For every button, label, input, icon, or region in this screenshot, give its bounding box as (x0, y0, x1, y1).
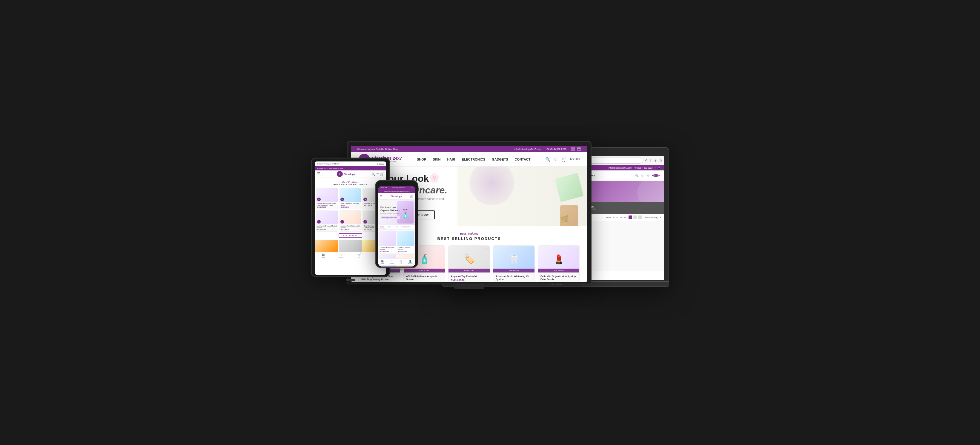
tablet-header: ☰ B Blessings 🔍 ♡ 🛒 (315, 170, 386, 178)
monitor-add-cart-5[interactable]: Add to cart (538, 269, 579, 272)
monitor-nav-skin[interactable]: SKIN (433, 157, 441, 161)
phone-body: 10:49 AM blessings24x7.com ●●● Welcome t… (375, 180, 418, 268)
monitor-add-cart-3[interactable]: Add to cart (449, 269, 490, 272)
tablet-cart-3[interactable]: + (363, 197, 367, 201)
monitor-wishlist-5[interactable]: ♡ (575, 248, 578, 251)
laptop-facebook-icon[interactable]: f (655, 167, 655, 169)
tablet-hamburger-icon[interactable]: ☰ (317, 172, 320, 176)
monitor-wishlist-4[interactable]: ♡ (530, 248, 533, 251)
monitor-instagram-icon[interactable]: 📷 (577, 147, 581, 151)
tablet-nav-shop[interactable]: 🛍️ Shop (322, 253, 325, 258)
tablet-product-price-5: Rs11,000.00 (341, 229, 360, 230)
monitor-nav-electronics[interactable]: ELECTRONICS (461, 157, 485, 161)
tablet-wishlist-nav-label: Wishlist (339, 257, 344, 258)
tablet-footer-img-2 (339, 240, 363, 252)
phone-nav-wishlist[interactable]: ♡ Wishlist (390, 260, 394, 264)
phone-tab-shop[interactable]: Shop (378, 225, 386, 229)
tablet-wishlist-5[interactable]: ♡ (359, 211, 360, 214)
phone-device: 10:49 AM blessings24x7.com ●●● Welcome t… (375, 180, 418, 271)
tablet-wishlist-2[interactable]: ♡ (359, 189, 360, 191)
tablet-cart-1[interactable]: + (317, 197, 321, 201)
share-icon[interactable]: ⬆ (649, 159, 651, 162)
monitor-product-img-4: 🦷 ♡ Add to cart (493, 246, 535, 272)
reload-icon[interactable]: ↺ (645, 159, 648, 162)
laptop-search-icon[interactable]: 🔍 (635, 174, 639, 177)
laptop-grid-view-btn[interactable] (628, 216, 632, 219)
tablet-cart-4[interactable]: + (317, 220, 321, 224)
new-tab-btn[interactable]: + (653, 158, 658, 163)
phone-time: 10:49 AM (380, 187, 387, 189)
phone-product-name-2: APLB Glutathione Serum (398, 247, 413, 250)
tablet-search-icon[interactable]: 🔍 (371, 173, 375, 176)
monitor-cart-amount: Rs0.00 (570, 157, 579, 161)
phone-nav-account[interactable]: 👤 Account (408, 260, 412, 264)
phone-hero-title: Fix Your LookOrganic Skincare (380, 206, 400, 211)
monitor-cart-icon[interactable]: 🛒 (562, 157, 566, 162)
monitor-nav-gadgets[interactable]: GADGETS (492, 157, 508, 161)
monitor-header-icons: 🔍 ♡ 🛒 Rs0.00 (545, 157, 579, 162)
phone-product-name-1: Admire My Skin Ultra Potent (380, 247, 395, 250)
phone-home-indicator[interactable] (391, 270, 403, 270)
tablet-product-img-5: ♡ + (340, 211, 361, 224)
tablet-product-price-2: Rs18,000.00 (341, 206, 360, 208)
monitor-search-icon[interactable]: 🔍 (545, 157, 550, 162)
phone-cart-icon[interactable]: 🛒 (410, 195, 414, 198)
phone-hamburger-icon[interactable]: ☰ (380, 195, 382, 198)
monitor-nav-hair[interactable]: HAIR (447, 157, 455, 161)
phone-shop-label: Shop (381, 263, 384, 264)
laptop-compact-view-btn[interactable] (638, 216, 642, 219)
tablet-nav-wishlist[interactable]: ♡ Wishlist (339, 253, 344, 258)
laptop-cart-icon[interactable]: 🛒 (646, 174, 650, 177)
monitor-add-cart-4[interactable]: Add to cart (493, 269, 535, 272)
phone-tab-electronics[interactable]: Electronics (400, 225, 412, 229)
tablet-nav-cart[interactable]: 🛒 Cart (358, 253, 361, 258)
laptop-url-actions: ↺ ⬆ + ⧉ (645, 158, 662, 163)
phone-tab-hair[interactable]: Hair (393, 225, 400, 229)
phone-cart-nav-icon: 🛒 (399, 260, 402, 263)
phone-account-icon: 👤 (409, 260, 412, 263)
phone-nav-tabs: Shop Skin Hair Electronics (378, 225, 415, 229)
tablet-wishlist-1[interactable]: ♡ (336, 189, 337, 191)
phone-tab-skin[interactable]: Skin (386, 225, 393, 229)
monitor-nav-contact[interactable]: CONTACT (515, 157, 531, 161)
phone-header: ☰ Blessings 🛒 (378, 193, 415, 200)
tablet-product-name-5: Axadeem Teeth Whitening Kit System (341, 225, 360, 229)
tablet-product-img-4: ♡ + (317, 211, 338, 224)
tablet-cart-6[interactable]: + (363, 220, 367, 224)
monitor-banner: Welcome to your Reliable Online Store in… (351, 146, 587, 152)
tablet-wishlist-4[interactable]: ♡ (336, 211, 337, 214)
tabs-icon[interactable]: ⧉ (660, 159, 662, 162)
monitor-nav: SHOP SKIN HAIR ELECTRONICS GADGETS CONTA… (417, 157, 531, 161)
tablet-cart-2[interactable]: + (340, 197, 344, 201)
phone-wishlist-label: Wishlist (390, 263, 394, 264)
monitor-facebook-icon[interactable]: f (571, 147, 575, 151)
tablet-cart-icon[interactable]: 🛒 (380, 173, 384, 176)
laptop-sort-chevron[interactable]: ▾ (660, 216, 661, 218)
tablet-product-name-1: Admire My Skin Ultra Potent Skin Brighte… (317, 203, 337, 206)
laptop-list-view-btn[interactable] (633, 216, 637, 219)
monitor-product-info-5: Bella Vita Organic NicoLips Lip Balm Scr… (538, 272, 579, 282)
phone-logo[interactable]: Blessings (391, 195, 402, 197)
tablet-logo[interactable]: B Blessings (337, 171, 355, 177)
tablet-product-price-1: Rs12,000.00 (317, 206, 337, 208)
tablet-explore-btn[interactable]: EXPLORE MORE (339, 234, 362, 238)
phone-hero-url: blessings24x7.com (380, 216, 400, 219)
laptop-instagram-icon[interactable]: 📷 (658, 167, 660, 169)
tablet-home-button[interactable] (346, 279, 355, 281)
tablet-product-name-2: APLB Glutathione Ampoule Serum (341, 203, 360, 206)
monitor-wishlist-2[interactable]: ♡ (441, 248, 443, 251)
laptop-wishlist-icon[interactable]: ♡ (641, 174, 644, 177)
laptop-sort-select[interactable]: Default sorting (644, 216, 657, 218)
monitor-banner-right: info@blessings24x7.com +92 (314) 802 222… (514, 147, 581, 151)
tablet-wishlist-icon[interactable]: ♡ (376, 173, 379, 176)
monitor-wishlist-icon[interactable]: ♡ (554, 157, 558, 162)
monitor-nav-shop[interactable]: SHOP (417, 157, 426, 161)
phone-hero-product-label: SKIN 🧴 (402, 206, 409, 219)
phone-nav-cart[interactable]: 🛒 Cart (399, 260, 402, 264)
tablet-banner: Welcome to your Reliable Online Store (315, 166, 386, 170)
tablet-cart-5[interactable]: + (340, 220, 344, 224)
monitor-wishlist-3[interactable]: ♡ (485, 248, 488, 251)
phone-nav-shop[interactable]: 🛍️ Shop (381, 260, 384, 264)
monitor-product-img-3: 🏷️ ♡ Add to cart (449, 246, 490, 272)
tablet-time: October Friday at 10:51 AM (317, 163, 339, 165)
